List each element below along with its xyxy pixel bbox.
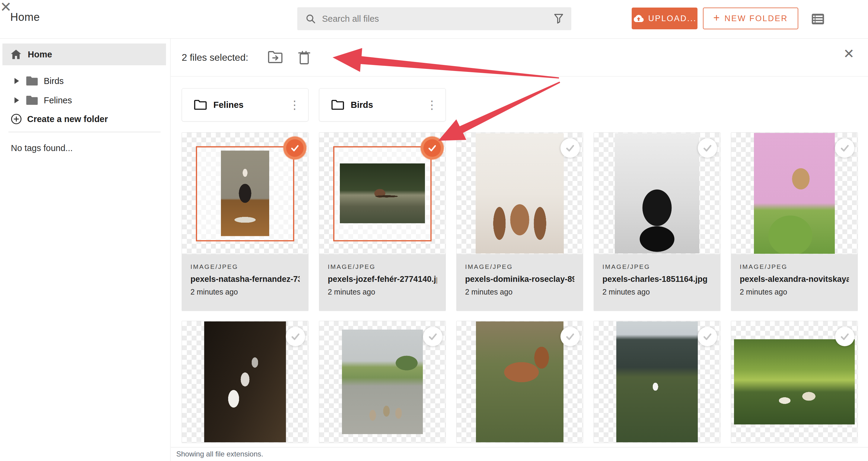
sidebar-felines-label: Felines [44,95,72,106]
expand-caret-icon[interactable] [14,78,19,84]
sidebar: Home Birds Felines Create a new folder N… [0,39,170,461]
expand-caret-icon[interactable] [14,97,19,103]
folder-icon [26,77,38,86]
folder-outline-icon [331,100,344,110]
file-card[interactable]: IMAGE/JPEG pexels-dominika-roseclay-8952… [456,132,583,311]
create-new-folder-button[interactable]: Create a new folder [11,114,108,124]
file-thumbnail-area [731,133,858,254]
file-name: pexels-charles-1851164.jpg [602,275,712,284]
main-content: 2 files selected: ✕ Felines ⋮ [171,39,868,461]
search-bar[interactable] [297,7,571,30]
kebab-menu-icon[interactable]: ⋮ [289,100,300,109]
folder-name: Birds [351,100,426,110]
file-card[interactable] [182,321,308,443]
sidebar-home-label: Home [28,50,52,59]
page-title: Home [10,11,40,24]
file-grid: IMAGE/JPEG pexels-natasha-fernandez-733.… [182,132,858,443]
selection-check-badge[interactable] [560,138,580,158]
search-input[interactable] [316,7,554,30]
selection-check-badge[interactable] [424,139,441,157]
sidebar-item-birds[interactable]: Birds [0,72,166,90]
file-thumbnail-area [457,321,583,442]
selection-check-badge[interactable] [286,327,305,346]
list-view-toggle-icon[interactable] [811,13,825,25]
file-name: pexels-jozef-fehér-2774140.jpg [328,275,437,284]
new-folder-button-label: NEW FOLDER [725,14,788,23]
no-tags-message: No tags found... [11,143,73,153]
file-card[interactable]: IMAGE/JPEG pexels-jozef-fehér-2774140.jp… [319,132,446,311]
clear-selection-icon[interactable]: ✕ [843,47,855,60]
folder-outline-icon [194,100,207,110]
thumbnail-image [615,133,699,254]
selection-check-badge[interactable] [698,138,717,158]
file-name: pexels-natasha-fernandez-733... [190,275,300,284]
kebab-menu-icon[interactable]: ⋮ [426,100,438,109]
check-icon [290,331,301,342]
selection-check-badge[interactable] [423,327,442,346]
file-thumbnail-area [594,133,720,254]
status-bar: Showing all file extensions. [171,447,868,461]
thumbnail-image [340,164,425,223]
check-icon [290,143,300,153]
file-card[interactable] [731,321,858,443]
check-icon [702,143,713,153]
file-mime-type: IMAGE/JPEG [190,263,300,270]
file-modified-time: 2 minutes ago [465,288,574,296]
filter-funnel-icon[interactable] [554,13,563,24]
file-meta: IMAGE/JPEG pexels-alexandra-novitskaya-2… [731,254,858,311]
file-meta: IMAGE/JPEG pexels-natasha-fernandez-733.… [182,254,308,311]
move-to-folder-icon[interactable] [268,51,282,63]
folder-icon [26,96,38,105]
folder-card-birds[interactable]: Birds ⋮ [319,88,446,121]
check-icon [427,331,438,342]
file-card[interactable]: IMAGE/JPEG pexels-charles-1851164.jpg 2 … [594,132,720,311]
folder-name: Felines [213,100,289,110]
file-meta: IMAGE/JPEG pexels-dominika-roseclay-8952… [457,254,583,311]
check-icon [565,143,576,153]
file-name: pexels-dominika-roseclay-8952... [465,275,574,284]
sidebar-divider [8,132,161,132]
folder-card-felines[interactable]: Felines ⋮ [182,88,308,121]
selection-check-badge[interactable] [286,139,304,157]
file-thumbnail-area [594,321,720,442]
file-mime-type: IMAGE/JPEG [602,263,712,270]
selection-check-badge[interactable] [835,327,855,346]
cloud-upload-icon [632,14,644,23]
sidebar-item-home[interactable]: Home [2,44,166,65]
file-card[interactable] [594,321,720,443]
upload-button-label: UPLOAD... [648,14,697,23]
file-thumbnail-area [731,321,858,442]
file-card[interactable] [319,321,446,443]
file-meta: IMAGE/JPEG pexels-jozef-fehér-2774140.jp… [319,254,445,311]
home-icon [11,50,21,59]
selection-check-badge[interactable] [560,327,580,346]
file-mime-type: IMAGE/JPEG [328,263,437,270]
file-thumbnail-area [182,133,308,254]
delete-trash-icon[interactable] [298,51,310,65]
file-card[interactable] [456,321,583,443]
selection-check-badge[interactable] [698,327,717,346]
sidebar-item-felines[interactable]: Felines [0,91,166,109]
selection-toolbar: 2 files selected: ✕ [171,39,868,77]
thumbnail-image [734,339,855,425]
circled-plus-icon [11,114,22,124]
upload-button[interactable]: UPLOAD... [632,7,698,29]
thumbnail-image [754,133,835,254]
file-modified-time: 2 minutes ago [328,288,437,296]
search-icon [305,13,316,24]
file-card[interactable]: IMAGE/JPEG pexels-natasha-fernandez-733.… [182,132,308,311]
thumbnail-image [476,133,564,254]
check-icon [839,143,850,153]
plus-icon: + [713,12,719,23]
status-bar-text: Showing all file extensions. [176,450,263,458]
file-card[interactable]: IMAGE/JPEG pexels-alexandra-novitskaya-2… [731,132,858,311]
sidebar-birds-label: Birds [44,76,64,86]
thumbnail-image [221,151,269,236]
new-folder-button[interactable]: + NEW FOLDER [703,7,798,29]
app-header: Home UPLOAD... + NEW FOLDER ✕ [0,0,868,39]
thumbnail-image [476,321,563,442]
check-icon [839,331,850,342]
file-name: pexels-alexandra-novitskaya-2... [740,275,849,284]
selection-check-badge[interactable] [835,138,855,158]
thumbnail-image [616,321,698,442]
